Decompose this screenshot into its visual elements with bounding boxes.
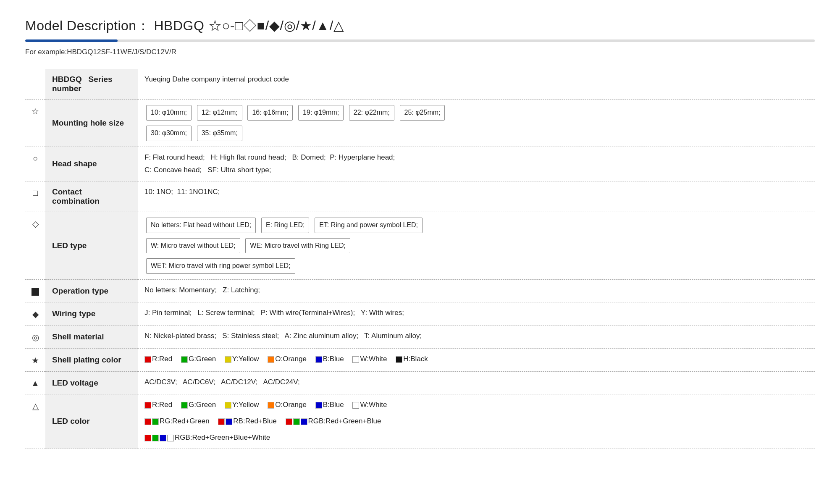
page-container: Model Description： HBDGQ ☆○-□◇■/◆/◎/★/▲/… xyxy=(25,17,815,449)
led-color-rgb: RGB:Red+Green+Blue xyxy=(286,415,381,428)
head-shape-line2: C: Concave head; SF: Ultra short type; xyxy=(144,164,808,177)
table-row-head-shape: ○ Head shape F: Flat round head; H: High… xyxy=(25,147,815,181)
size-boxes-row2: 30: φ30mm; 35: φ35mm; xyxy=(144,124,808,142)
table-row-contact-combination: □ Contact combination 10: 1NO; 11: 1NO1N… xyxy=(25,181,815,212)
led-voltage-content: AC/DC3V; AC/DC6V; AC/DC12V; AC/DC24V; xyxy=(138,372,815,394)
size-box: 22: φ22mm; xyxy=(349,105,394,121)
table-row-wiring-type: ◆ Wiring type J: Pin terminal; L: Screw … xyxy=(25,302,815,326)
size-box: 35: φ35mm; xyxy=(197,126,242,141)
color-blue: B:Blue xyxy=(315,353,344,366)
example-text: For example:HBDGQ12SF-11WE/J/S/DC12V/R xyxy=(25,48,815,56)
swatch-yellow xyxy=(225,356,231,363)
led-swatch-red xyxy=(144,402,151,409)
swatch-white xyxy=(352,356,359,363)
led-color-row1: R:Red G:Green Y:Yellow O:Orange B:Blue xyxy=(144,399,808,412)
led-box: No letters: Flat head without LED; xyxy=(146,218,256,233)
led-swatch-green xyxy=(181,402,188,409)
led-swatch-rgb1 xyxy=(286,418,292,425)
swatch-red xyxy=(144,356,151,363)
table-row-mounting-hole-size: ☆ Mounting hole size 10: φ10mm; 12: φ12m… xyxy=(25,100,815,147)
swatch-black xyxy=(396,356,402,363)
led-box: WET: Micro travel with ring power symbol… xyxy=(146,258,295,274)
led-color-row2: RG:Red+Green RB:Red+Blue RGB:Red+Green+B… xyxy=(144,415,808,428)
led-color-row3: RGB:Red+Green+Blue+White xyxy=(144,431,808,444)
operation-type-label: Operation type xyxy=(45,280,138,302)
swatch-orange xyxy=(268,356,274,363)
led-row1: No letters: Flat head without LED; E: Ri… xyxy=(144,216,808,234)
size-box: 16: φ16mm; xyxy=(247,105,293,121)
led-swatch-rgbw2 xyxy=(152,435,159,441)
mounting-hole-content: 10: φ10mm; 12: φ12mm; 16: φ16mm; 19: φ19… xyxy=(138,100,815,147)
size-box: 30: φ30mm; xyxy=(146,126,192,141)
table-row-shell-plating-color: ★ Shell plating color R:Red G:Green Y:Ye… xyxy=(25,349,815,372)
led-swatch-rb2 xyxy=(226,418,232,425)
series-icon-cell xyxy=(25,69,45,100)
led-type-label: LED type xyxy=(45,212,138,279)
table-row-series: HBDGQ Series number Yueqing Dahe company… xyxy=(25,69,815,100)
contact-combination-label: Contact combination xyxy=(45,181,138,212)
mounting-hole-label: Mounting hole size xyxy=(45,100,138,147)
led-color-rb: RB:Red+Blue xyxy=(218,415,276,428)
contact-line1: 10: 1NO; 11: 1NO1NC; xyxy=(144,186,808,199)
head-shape-line1: F: Flat round head; H: High flat round h… xyxy=(144,151,808,164)
shell-plating-color-label: Shell plating color xyxy=(45,349,138,372)
title-prefix: Model Description： xyxy=(25,18,150,33)
led-type-icon: ◇ xyxy=(25,212,45,279)
color-red: R:Red xyxy=(144,353,172,366)
led-swatch-rg1 xyxy=(144,418,151,425)
led-box: E: Ring LED; xyxy=(261,218,309,233)
table-row-led-type: ◇ LED type No letters: Flat head without… xyxy=(25,212,815,279)
led-swatch-rb1 xyxy=(218,418,225,425)
led-color-orange: O:Orange xyxy=(268,399,307,412)
table-row-operation-type: Operation type No letters: Momentary; Z:… xyxy=(25,280,815,302)
table-row-led-voltage: ▲ LED voltage AC/DC3V; AC/DC6V; AC/DC12V… xyxy=(25,372,815,394)
head-shape-label: Head shape xyxy=(45,147,138,181)
shell-material-content: N: Nickel-plated brass; S: Stainless ste… xyxy=(138,326,815,349)
led-color-red: R:Red xyxy=(144,399,172,412)
led-color-icon: △ xyxy=(25,394,45,449)
series-label-cell: HBDGQ Series number xyxy=(45,69,138,100)
led-voltage-label: LED voltage xyxy=(45,372,138,394)
color-white: W:White xyxy=(352,353,387,366)
led-color-label: LED color xyxy=(45,394,138,449)
led-swatch-blue xyxy=(315,402,322,409)
led-color-blue: B:Blue xyxy=(315,399,344,412)
led-type-content: No letters: Flat head without LED; E: Ri… xyxy=(138,212,815,279)
led-voltage-icon: ▲ xyxy=(25,372,45,394)
led-color-rgbw: RGB:Red+Green+Blue+White xyxy=(144,431,270,444)
led-swatch-white xyxy=(352,402,359,409)
wiring-type-icon: ◆ xyxy=(25,302,45,326)
progress-bar xyxy=(25,39,815,42)
color-black: H:Black xyxy=(396,353,428,366)
led-color-white: W:White xyxy=(352,399,387,412)
led-swatch-yellow xyxy=(225,402,231,409)
title-code: HBDGQ ☆○-□◇■/◆/◎/★/▲/△ xyxy=(154,18,344,33)
swatch-blue xyxy=(315,356,322,363)
size-box: 19: φ19mm; xyxy=(298,105,344,121)
shell-material-icon: ◎ xyxy=(25,326,45,349)
size-box: 25: φ25mm; xyxy=(400,105,445,121)
model-description-table: HBDGQ Series number Yueqing Dahe company… xyxy=(25,69,815,449)
shell-plating-color-content: R:Red G:Green Y:Yellow O:Orange B:Blue xyxy=(138,349,815,372)
contact-combination-icon: □ xyxy=(25,181,45,212)
led-swatch-rgbw4 xyxy=(167,435,174,441)
led-swatch-orange xyxy=(268,402,274,409)
led-swatch-rgb3 xyxy=(301,418,307,425)
operation-type-icon xyxy=(25,280,45,302)
led-swatch-rgbw3 xyxy=(160,435,166,441)
led-color-content: R:Red G:Green Y:Yellow O:Orange B:Blue xyxy=(138,394,815,449)
wiring-type-content: J: Pin terminal; L: Screw terminal; P: W… xyxy=(138,302,815,326)
led-box: W: Micro travel without LED; xyxy=(146,238,240,254)
led-swatch-rg2 xyxy=(152,418,159,425)
led-color-rg: RG:Red+Green xyxy=(144,415,210,428)
progress-bar-fill xyxy=(25,39,118,42)
size-box: 12: φ12mm; xyxy=(197,105,242,121)
series-code: HBDGQ xyxy=(52,75,82,84)
led-color-yellow: Y:Yellow xyxy=(225,399,259,412)
color-orange: O:Orange xyxy=(268,353,307,366)
led-row2: W: Micro travel without LED; WE: Micro t… xyxy=(144,237,808,255)
mounting-hole-icon: ☆ xyxy=(25,100,45,147)
led-row3: WET: Micro travel with ring power symbol… xyxy=(144,257,808,275)
led-swatch-rgbw1 xyxy=(144,435,151,441)
size-box: 10: φ10mm; xyxy=(146,105,192,121)
